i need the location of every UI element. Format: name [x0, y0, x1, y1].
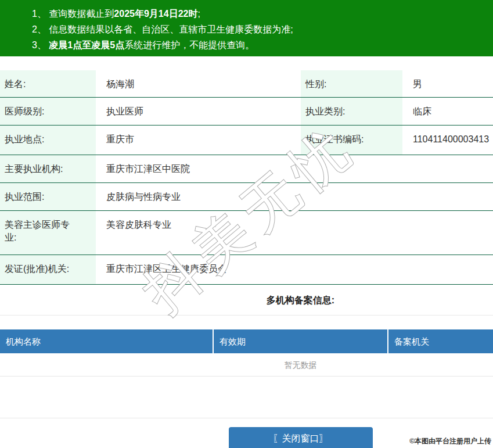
notice-2-text: 2、 信息数据结果以各省、自治区、直辖市卫生健康委数据为准;	[32, 24, 293, 34]
column-header-validity: 有效期	[214, 329, 387, 353]
upload-credit-text: ©本图由平台注册用户上传	[409, 436, 491, 446]
empty-data-message: 暂无数据	[0, 353, 493, 377]
notice-3-text: 3、	[32, 40, 49, 50]
scope-label: 执业范围:	[0, 183, 96, 210]
level-label: 医师级别:	[0, 98, 96, 125]
name-value: 杨海潮	[96, 70, 301, 97]
category-value: 临床	[402, 98, 493, 125]
place-label: 执业地点:	[0, 126, 96, 155]
category-label: 执业类别:	[301, 98, 402, 125]
doctor-info-table: 姓名: 杨海潮 性别: 男 医师级别: 执业医师 执业类别: 临床 执业地点: …	[0, 70, 493, 285]
multi-org-section-title: 多机构备案信息:	[0, 295, 493, 306]
table-row: 姓名: 杨海潮 性别: 男	[0, 70, 493, 98]
main-org-label: 主要执业机构:	[0, 155, 96, 182]
table-row: 执业范围: 皮肤病与性病专业	[0, 183, 493, 211]
page: 1、 查询数据截止到2025年9月14日22时; 2、 信息数据结果以各省、自治…	[0, 0, 493, 448]
scope-value: 皮肤病与性病专业	[96, 183, 493, 210]
registry-table-header: 机构名称 有效期 备案机关	[0, 329, 493, 353]
place-value: 重庆市	[96, 126, 301, 155]
registry-table-body	[0, 377, 493, 418]
name-label: 姓名:	[0, 70, 96, 97]
divider	[0, 315, 493, 316]
notice-line-1: 1、 查询数据截止到2025年9月14日22时;	[32, 6, 493, 21]
table-row: 执业地点: 重庆市 执业证书编码: 110411400003413	[0, 126, 493, 155]
main-org-value: 重庆市江津区中医院	[96, 155, 493, 182]
cert-code-label: 执业证书编码:	[301, 126, 402, 155]
notice-1-tail: ;	[197, 9, 200, 19]
notice-3-tail: 系统进行维护，不能提供查询。	[124, 40, 254, 50]
notice-3-bold: 凌晨1点至凌晨5点	[49, 40, 124, 50]
authority-value: 重庆市江津区卫生健康委员会	[96, 255, 493, 284]
gender-label: 性别:	[301, 70, 402, 97]
column-header-filing-authority: 备案机关	[388, 329, 493, 353]
query-result-window: 1、 查询数据截止到2025年9月14日22时; 2、 信息数据结果以各省、自治…	[0, 0, 493, 448]
notice-line-2: 2、 信息数据结果以各省、自治区、直辖市卫生健康委数据为准;	[32, 21, 493, 37]
gender-value: 男	[402, 70, 493, 97]
notice-1-text: 1、 查询数据截止到	[32, 9, 114, 19]
cert-code-value: 110411400003413	[402, 126, 493, 155]
column-header-org-name: 机构名称	[0, 329, 213, 353]
close-window-button[interactable]: 〖关闭窗口〗	[229, 427, 373, 448]
notice-banner: 1、 查询数据截止到2025年9月14日22时; 2、 信息数据结果以各省、自治…	[0, 0, 493, 56]
table-row: 主要执业机构: 重庆市江津区中医院	[0, 155, 493, 183]
table-row: 美容主诊医师专业: 美容皮肤科专业	[0, 211, 493, 255]
cosmetic-specialty-label: 美容主诊医师专业:	[0, 211, 96, 255]
authority-label: 发证(批准)机关:	[0, 255, 96, 284]
table-row: 发证(批准)机关: 重庆市江津区卫生健康委员会	[0, 255, 493, 285]
cosmetic-specialty-value: 美容皮肤科专业	[96, 211, 493, 255]
notice-1-bold: 2025年9月14日22时	[114, 9, 197, 19]
level-value: 执业医师	[96, 98, 301, 125]
notice-line-3: 3、 凌晨1点至凌晨5点系统进行维护，不能提供查询。	[32, 37, 493, 53]
table-row: 医师级别: 执业医师 执业类别: 临床	[0, 98, 493, 126]
